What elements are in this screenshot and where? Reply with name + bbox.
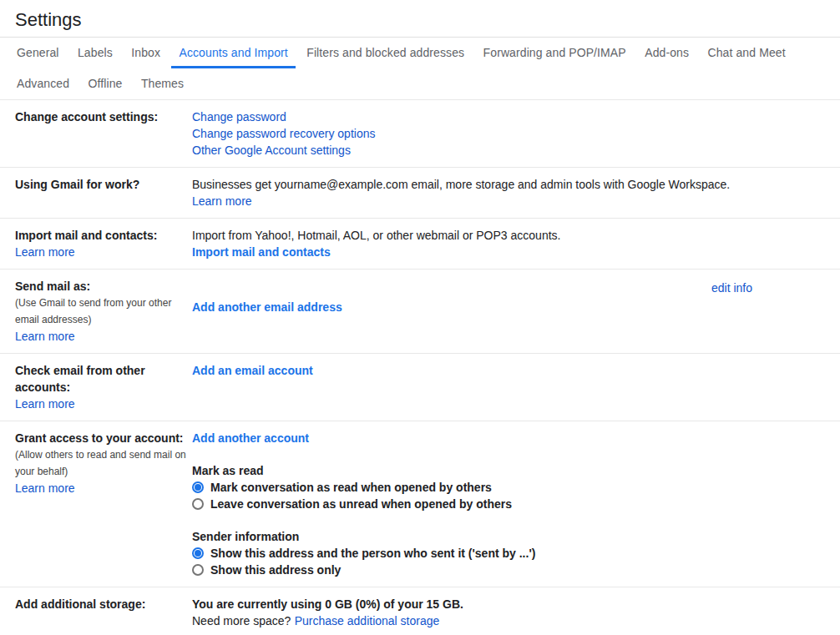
label-column: Check email from other accounts: Learn m… (15, 362, 192, 412)
settings-page: Settings General Labels Inbox Accounts a… (0, 0, 840, 635)
tab-filters-and-blocked-addresses[interactable]: Filters and blocked addresses (299, 38, 472, 68)
add-another-email-address-link[interactable]: Add another email address (192, 299, 748, 315)
label-column: Change account settings: (15, 108, 192, 159)
radio-selected-icon[interactable] (192, 481, 204, 493)
radio-option-label: Show this address and the person who sen… (210, 545, 535, 562)
label-column: Using Gmail for work? (15, 176, 192, 209)
storage-usage-text: You are currently using 0 GB (0%) of you… (192, 596, 748, 612)
row-label: Change account settings: (15, 108, 188, 125)
row-note: (Allow others to read and send mail on y… (15, 446, 188, 480)
tab-inbox[interactable]: Inbox (124, 38, 168, 68)
settings-tab-bar: General Labels Inbox Accounts and Import… (0, 38, 840, 100)
radio-unselected-icon[interactable] (192, 498, 204, 510)
radio-option-label: Mark conversation as read when opened by… (210, 479, 492, 496)
row-label: Using Gmail for work? (15, 176, 188, 193)
add-another-account-link[interactable]: Add another account (192, 431, 309, 445)
storage-prompt-line: Need more space? Purchase additional sto… (192, 612, 748, 629)
label-column: Add additional storage: (15, 596, 192, 629)
radio-unselected-icon[interactable] (192, 564, 204, 576)
row-label: Add additional storage: (15, 596, 188, 612)
row-note: (Use Gmail to send from your other email… (15, 295, 188, 328)
tab-row-1: General Labels Inbox Accounts and Import… (9, 38, 840, 68)
tab-chat-and-meet[interactable]: Chat and Meet (701, 38, 793, 68)
row-check-email-from-other-accounts: Check email from other accounts: Learn m… (0, 354, 840, 421)
label-column: Grant access to your account: (Allow oth… (15, 430, 192, 578)
change-password-recovery-options-link[interactable]: Change password recovery options (192, 125, 748, 142)
change-password-link[interactable]: Change password (192, 108, 748, 125)
row-grant-access-to-your-account: Grant access to your account: (Allow oth… (0, 421, 840, 587)
storage-prompt-text: Need more space? (192, 614, 291, 627)
grant-access-learn-more-link[interactable]: Learn more (15, 481, 75, 495)
label-column: Send mail as: (Use Gmail to send from yo… (15, 278, 192, 345)
tab-forwarding-and-pop-imap[interactable]: Forwarding and POP/IMAP (476, 38, 634, 68)
tab-general[interactable]: General (9, 38, 67, 68)
import-description: Import from Yahoo!, Hotmail, AOL, or oth… (192, 227, 748, 244)
row-change-account-settings: Change account settings: Change password… (0, 100, 840, 168)
content-column: Import from Yahoo!, Hotmail, AOL, or oth… (192, 227, 840, 260)
radio-option-show-address-and-sender[interactable]: Show this address and the person who sen… (192, 545, 748, 562)
workspace-description: Businesses get yourname@example.com emai… (192, 178, 730, 191)
other-google-account-settings-link[interactable]: Other Google Account settings (192, 142, 748, 159)
add-an-email-account-link[interactable]: Add an email account (192, 364, 313, 377)
sender-information-group: Sender information Show this address and… (192, 528, 748, 578)
row-label: Check email from other accounts: (15, 362, 188, 396)
send-mail-as-learn-more-link[interactable]: Learn more (15, 330, 75, 343)
page-title: Settings (15, 10, 840, 30)
sender-information-heading: Sender information (192, 528, 748, 545)
mark-as-read-group: Mark as read Mark conversation as read w… (192, 462, 748, 512)
tab-offline[interactable]: Offline (81, 68, 130, 99)
radio-selected-icon[interactable] (192, 547, 204, 559)
radio-option-show-address-only[interactable]: Show this address only (192, 562, 748, 578)
radio-option-leave-unread[interactable]: Leave conversation as unread when opened… (192, 496, 748, 512)
content-column: Businesses get yourname@example.com emai… (192, 176, 840, 209)
content-column: Change password Change password recovery… (192, 108, 840, 159)
tab-labels[interactable]: Labels (70, 38, 120, 68)
row-label: Grant access to your account: (15, 430, 188, 446)
row-import-mail-and-contacts: Import mail and contacts: Learn more Imp… (0, 219, 840, 270)
radio-option-label: Leave conversation as unread when opened… (210, 496, 512, 512)
content-column: You are currently using 0 GB (0%) of you… (192, 596, 840, 629)
import-mail-and-contacts-link[interactable]: Import mail and contacts (192, 245, 331, 259)
tab-add-ons[interactable]: Add-ons (637, 38, 696, 68)
content-column: Add an email account (192, 362, 840, 412)
label-column: Import mail and contacts: Learn more (15, 227, 192, 260)
import-learn-more-link[interactable]: Learn more (15, 245, 75, 259)
tab-row-2: Advanced Offline Themes (9, 68, 840, 99)
check-email-learn-more-link[interactable]: Learn more (15, 397, 75, 411)
mark-as-read-heading: Mark as read (192, 462, 748, 479)
row-send-mail-as: Send mail as: (Use Gmail to send from yo… (0, 270, 840, 354)
row-label: Send mail as: (15, 278, 188, 295)
tab-advanced[interactable]: Advanced (9, 68, 77, 99)
row-label: Import mail and contacts: (15, 227, 188, 244)
row-add-additional-storage: Add additional storage: You are currentl… (0, 587, 840, 635)
page-header: Settings (0, 0, 840, 38)
workspace-learn-more-link[interactable]: Learn more (192, 194, 252, 208)
edit-info-link[interactable]: edit info (711, 280, 752, 296)
tab-themes[interactable]: Themes (134, 68, 191, 99)
row-using-gmail-for-work: Using Gmail for work? Businesses get you… (0, 168, 840, 219)
radio-option-mark-read[interactable]: Mark conversation as read when opened by… (192, 479, 748, 496)
purchase-additional-storage-link[interactable]: Purchase additional storage (295, 614, 440, 627)
radio-option-label: Show this address only (210, 562, 341, 578)
tab-accounts-and-import[interactable]: Accounts and Import (171, 38, 295, 68)
content-column: Add another account Mark as read Mark co… (192, 430, 840, 578)
